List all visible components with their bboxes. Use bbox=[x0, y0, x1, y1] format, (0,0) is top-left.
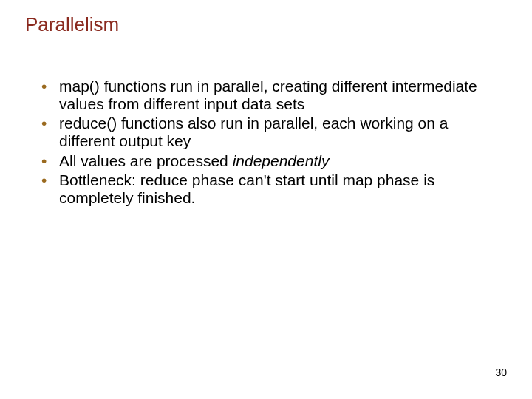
slide-body: map() functions run in parallel, creatin… bbox=[22, 78, 510, 207]
bullet-list: map() functions run in parallel, creatin… bbox=[40, 78, 502, 207]
list-item: Bottleneck: reduce phase can't start unt… bbox=[40, 171, 502, 207]
slide-title: Parallelism bbox=[25, 13, 510, 36]
list-item: map() functions run in parallel, creatin… bbox=[40, 78, 502, 113]
bullet-text: reduce() functions also run in parallel,… bbox=[59, 115, 448, 149]
bullet-text: All values are processed bbox=[59, 152, 233, 169]
list-item: reduce() functions also run in parallel,… bbox=[40, 115, 502, 150]
slide: Parallelism map() functions run in paral… bbox=[0, 0, 532, 399]
bullet-text: Bottleneck: reduce phase can't start unt… bbox=[59, 171, 434, 206]
bullet-text: map() functions run in parallel, creatin… bbox=[59, 78, 477, 112]
list-item: All values are processed independently bbox=[40, 152, 502, 170]
bullet-ital: independently bbox=[233, 152, 330, 169]
page-number: 30 bbox=[495, 366, 507, 378]
